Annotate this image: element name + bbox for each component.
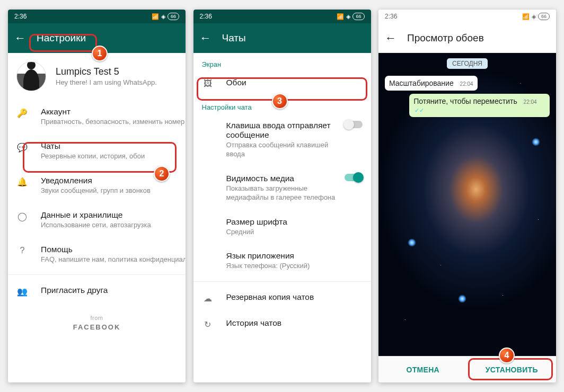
step-badge-4: 4	[499, 348, 515, 363]
item-sub: Звуки сообщений, групп и звонков	[41, 186, 177, 195]
history-icon: ↻	[202, 318, 214, 329]
item-sub: Отправка сообщений клавишей ввода	[226, 141, 339, 159]
item-title: Пригласить друга	[41, 286, 177, 295]
toggle-enter[interactable]	[345, 121, 363, 128]
item-sub: FAQ, напишите нам, политика конфиденциал…	[41, 255, 186, 264]
battery-indicator: 66	[352, 13, 364, 20]
facebook-label: FACEBOOK	[19, 323, 175, 331]
step-badge-1: 1	[92, 46, 108, 61]
star-decoration	[532, 138, 540, 146]
divider	[193, 281, 371, 282]
chat-icon: 💬	[16, 141, 28, 153]
item-sub: Средний	[226, 228, 363, 237]
date-chip: СЕГОДНЯ	[447, 58, 488, 69]
app-bar: ← Чаты	[193, 23, 371, 53]
toggle-media[interactable]	[345, 174, 363, 181]
signal-icon: 📶	[152, 13, 159, 20]
wifi-icon: ◈	[346, 13, 350, 20]
item-sub: Приватность, безопасность, изменить номе…	[41, 118, 184, 127]
action-buttons: ОТМЕНА УСТАНОВИТЬ	[378, 356, 556, 382]
item-title: Размер шрифта	[226, 217, 363, 227]
setting-wallpaper[interactable]: 🖼 Обои	[193, 70, 371, 96]
setting-media-visibility[interactable]: Видимость медиа Показывать загруженные м…	[193, 166, 371, 210]
item-sub: Язык телефона: (Русский)	[226, 262, 363, 271]
setting-font-size[interactable]: Размер шрифта Средний	[193, 210, 371, 244]
preview-message-outgoing: Потяните, чтобы переместить 22:04 ✓✓	[409, 94, 550, 117]
msg-time: 22:04	[524, 99, 537, 105]
signal-icon: 📶	[337, 13, 344, 20]
status-time: 2:36	[200, 13, 212, 20]
status-right: 📶 ◈ 66	[337, 13, 364, 20]
signal-icon: 📶	[522, 13, 530, 20]
msg-time: 22:04	[460, 81, 473, 87]
status-right: 📶 ◈ 66	[522, 13, 550, 20]
wifi-icon: ◈	[161, 13, 165, 20]
profile-status: Hey there! I am using WhatsApp.	[56, 78, 157, 86]
item-title: Аккаунт	[41, 107, 184, 117]
back-arrow-icon[interactable]: ←	[385, 31, 396, 45]
step-badge-3: 3	[272, 93, 288, 109]
item-title: Обои	[226, 78, 363, 87]
profile-name: Lumpics Test 5	[56, 66, 157, 77]
cloud-icon: ☁	[202, 292, 214, 304]
item-title: Резервная копия чатов	[226, 292, 363, 302]
status-bar: 2:36 📶 ◈ 66	[8, 10, 186, 23]
bell-icon: 🔔	[16, 176, 28, 187]
settings-content: Lumpics Test 5 Hey there! I am using Wha…	[8, 53, 186, 382]
data-icon: ◯	[16, 210, 28, 221]
from-facebook: from FACEBOOK	[8, 304, 186, 342]
item-title: История чатов	[226, 318, 363, 328]
setting-enter-sends[interactable]: Клавиша ввода отправляет сообщение Отпра…	[193, 113, 371, 166]
status-right: 📶 ◈ 66	[152, 13, 179, 20]
battery-indicator: 66	[168, 13, 179, 20]
wallpaper-icon: 🖼	[202, 78, 214, 88]
settings-item-chats[interactable]: 💬 Чаты Резервные копии, история, обои	[8, 134, 186, 168]
status-time: 2:36	[385, 13, 397, 20]
page-title: Настройки	[37, 32, 86, 44]
settings-item-account[interactable]: 🔑 Аккаунт Приватность, безопасность, изм…	[8, 100, 186, 134]
msg-text: Потяните, чтобы переместить	[413, 97, 517, 105]
phone-screen-chats: 2:36 📶 ◈ 66 ← Чаты Экран 🖼 Обои Настройк…	[193, 10, 371, 382]
msg-text: Масштабирование	[389, 79, 454, 87]
item-title: Клавиша ввода отправляет сообщение	[226, 121, 339, 140]
item-title: Видимость медиа	[226, 174, 339, 183]
back-arrow-icon[interactable]: ←	[14, 31, 26, 45]
item-sub: Резервные копии, история, обои	[41, 152, 177, 161]
item-title: Чаты	[41, 141, 177, 151]
from-label: from	[19, 315, 175, 321]
item-sub: Использование сети, автозагрузка	[41, 221, 177, 230]
back-arrow-icon[interactable]: ←	[200, 31, 212, 45]
item-sub: Показывать загруженные медиафайлы в гале…	[226, 184, 339, 202]
wifi-icon: ◈	[532, 13, 536, 20]
avatar	[16, 61, 46, 91]
settings-item-invite[interactable]: 👥 Пригласить друга	[8, 278, 186, 304]
page-title: Просмотр обоев	[407, 32, 484, 44]
battery-indicator: 66	[538, 13, 550, 20]
item-title: Язык приложения	[226, 251, 363, 261]
setting-backup[interactable]: ☁ Резервная копия чатов	[193, 285, 371, 311]
status-bar: 2:36 📶 ◈ 66	[193, 10, 371, 23]
setting-app-language[interactable]: Язык приложения Язык телефона: (Русский)	[193, 244, 371, 278]
section-screen: Экран	[193, 53, 371, 70]
app-bar: ← Просмотр обоев	[378, 23, 556, 53]
step-badge-2: 2	[154, 166, 170, 182]
key-icon: 🔑	[16, 107, 28, 118]
status-time: 2:36	[14, 13, 27, 20]
item-title: Помощь	[41, 245, 186, 254]
item-title: Данные и хранилище	[41, 210, 177, 220]
page-title: Чаты	[222, 32, 246, 44]
divider	[8, 274, 186, 275]
preview-message-incoming: Масштабирование 22:04	[385, 76, 478, 91]
cancel-button[interactable]: ОТМЕНА	[378, 357, 468, 382]
setting-history[interactable]: ↻ История чатов	[193, 311, 371, 337]
status-bar: 2:36 📶 ◈ 66	[378, 10, 556, 23]
settings-item-data[interactable]: ◯ Данные и хранилище Использование сети,…	[8, 203, 186, 237]
wallpaper-preview-area[interactable]: СЕГОДНЯ Масштабирование 22:04 Потяните, …	[378, 53, 556, 356]
settings-item-help[interactable]: ? Помощь FAQ, напишите нам, политика кон…	[8, 237, 186, 272]
phone-screen-settings: 2:36 📶 ◈ 66 ← Настройки Lumpics Test 5 H…	[8, 10, 186, 382]
star-decoration	[408, 238, 416, 247]
help-icon: ?	[16, 245, 28, 255]
read-ticks-icon: ✓✓	[415, 107, 424, 113]
people-icon: 👥	[16, 286, 28, 297]
star-decoration	[458, 295, 466, 303]
